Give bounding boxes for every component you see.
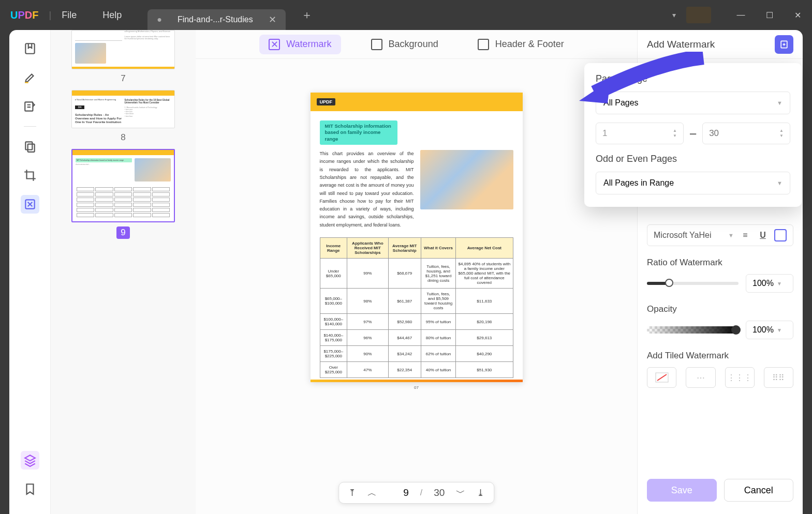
odd-even-select[interactable]: All Pages in Range▼ <box>596 172 790 194</box>
new-tab-button[interactable]: ＋ <box>301 7 313 23</box>
next-page-icon[interactable]: ﹀ <box>456 487 465 499</box>
color-box-icon[interactable] <box>774 229 787 241</box>
panel-title: Add Watermark <box>647 39 715 50</box>
ratio-value-box[interactable]: 100%▼ <box>746 274 793 293</box>
layers-icon[interactable] <box>21 451 39 470</box>
background-tab-icon <box>371 39 382 50</box>
font-selector[interactable]: Microsoft YaHei ▼ ≡ U <box>647 224 793 246</box>
tiled-label: Add Tiled Watermark <box>647 351 793 361</box>
svg-rect-3 <box>25 142 32 149</box>
page-inner-number: 07 <box>320 385 513 390</box>
prev-page-icon[interactable]: ︿ <box>367 487 377 499</box>
odd-even-label: Odd or Even Pages <box>596 154 790 164</box>
app-logo: UPDF <box>10 9 38 21</box>
chevron-down-icon[interactable]: ▾ <box>672 11 676 19</box>
thumbnail-strip[interactable]: ▸ Engineering Mathematics, Physics, and … <box>51 30 196 514</box>
close-tab-icon[interactable]: ✕ <box>269 14 276 25</box>
data-table: Income RangeApplicants Who Received MIT … <box>320 237 513 378</box>
spin-down-icon[interactable]: ▼ <box>779 134 784 138</box>
tiled-option-2[interactable]: ⋮⋮⋮ <box>725 367 755 388</box>
opacity-slider[interactable] <box>647 326 739 334</box>
opacity-value-box[interactable]: 100%▼ <box>746 321 793 339</box>
page-image <box>420 150 513 209</box>
watermark-tool-icon[interactable] <box>21 195 39 214</box>
award-badge <box>686 7 711 23</box>
document-tab[interactable]: ● Find-and-...r-Studies ✕ <box>147 9 286 30</box>
page-logo: UPDF <box>317 98 336 105</box>
spin-up-icon[interactable]: ▲ <box>673 129 677 133</box>
bookmark-ribbon-icon[interactable] <box>21 480 39 498</box>
first-page-icon[interactable]: ⤒ <box>348 487 356 498</box>
page-range-label: Page Range <box>596 73 790 84</box>
page-range-button[interactable] <box>775 35 793 54</box>
minimize-button[interactable]: — <box>727 0 755 30</box>
page-total: 30 <box>434 487 445 498</box>
spin-up-icon[interactable]: ▲ <box>779 129 784 133</box>
page-input[interactable] <box>388 487 409 498</box>
close-window-button[interactable]: ✕ <box>784 0 812 30</box>
ratio-slider[interactable] <box>647 282 739 285</box>
svg-line-8 <box>657 374 667 381</box>
edit-text-tool-icon[interactable] <box>21 97 39 116</box>
thumbnail-9[interactable]: MIT Scholarship information based on fam… <box>71 149 175 239</box>
page-range-popover: Page Range All Pages▼ ▲▼ – ▲▼ Odd or Eve… <box>584 63 802 207</box>
vertical-toolbar <box>9 30 51 514</box>
svg-rect-4 <box>27 144 34 152</box>
bookmark-tool-icon[interactable] <box>21 39 39 58</box>
tab-title: Find-and-...r-Studies <box>178 15 253 24</box>
document-area: ✕Watermark Background Header & Footer UP… <box>196 30 637 514</box>
titlebar: UPDF | File Help ● Find-and-...r-Studies… <box>0 0 812 30</box>
highlight-tool-icon[interactable] <box>21 68 39 87</box>
pager: ⤒ ︿ / 30 ﹀ ⤓ <box>338 482 495 504</box>
crop-tool-icon[interactable] <box>21 166 39 185</box>
document-scroll[interactable]: UPDF MIT Scholarship information based o… <box>196 59 637 514</box>
spin-down-icon[interactable]: ▼ <box>673 134 677 138</box>
tiled-option-1[interactable]: ⋯ <box>686 367 715 388</box>
align-icon[interactable]: ≡ <box>739 229 751 241</box>
copy-tool-icon[interactable] <box>21 137 39 156</box>
page-preview: UPDF MIT Scholarship information based o… <box>311 93 523 382</box>
watermark-tab-icon: ✕ <box>269 39 280 50</box>
tiled-option-none[interactable] <box>647 367 676 388</box>
thumb-num-9: 9 <box>116 226 130 239</box>
tab-background[interactable]: Background <box>362 35 448 54</box>
ratio-label: Ratio of Watermark <box>647 258 793 268</box>
tab-dot-icon: ● <box>157 15 162 24</box>
range-from-input[interactable]: ▲▼ <box>596 123 684 144</box>
tab-watermark[interactable]: ✕Watermark <box>259 35 341 54</box>
last-page-icon[interactable]: ⤓ <box>477 487 484 498</box>
maximize-button[interactable]: ☐ <box>755 0 784 30</box>
menu-file[interactable]: File <box>62 10 77 21</box>
range-to-input[interactable]: ▲▼ <box>702 123 790 144</box>
thumbnail-7[interactable]: ▸ Engineering Mathematics, Physics, and … <box>71 30 175 84</box>
underline-icon[interactable]: U <box>757 229 769 241</box>
thumb-num-8: 8 <box>71 132 175 143</box>
thumb-num-7: 7 <box>71 73 175 84</box>
opacity-label: Opacity <box>647 304 793 314</box>
svg-rect-0 <box>25 43 34 54</box>
thumbnail-8[interactable]: ▸ Naval Architecture and Marine Engineer… <box>71 90 175 143</box>
header-footer-tab-icon <box>478 39 489 50</box>
tiled-option-3[interactable]: ⠿⠿ <box>764 367 793 388</box>
page-range-select[interactable]: All Pages▼ <box>596 92 790 114</box>
svg-rect-1 <box>25 82 28 83</box>
tab-header-footer[interactable]: Header & Footer <box>468 35 573 54</box>
page-heading-chip: MIT Scholarship information based on fam… <box>320 120 397 145</box>
cancel-button[interactable]: Cancel <box>724 479 794 502</box>
save-button[interactable]: Save <box>647 479 717 502</box>
page-tools-tabs: ✕Watermark Background Header & Footer <box>196 30 637 59</box>
page-paragraph: This chart provides an overview of the i… <box>320 150 414 229</box>
menu-help[interactable]: Help <box>102 10 122 21</box>
